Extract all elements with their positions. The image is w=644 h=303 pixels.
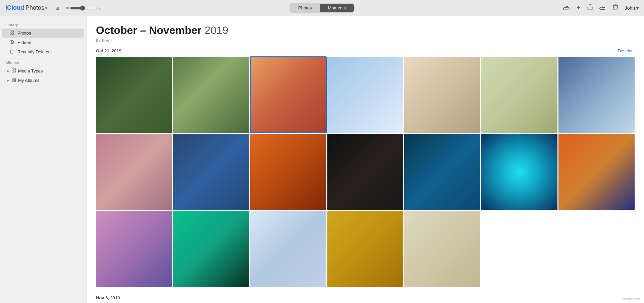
tab-moments[interactable]: Moments [320, 4, 354, 12]
toolbar-right: + John ▾ [563, 3, 639, 12]
title-year: 2019 [205, 24, 228, 36]
add-icon[interactable]: + [577, 4, 581, 12]
layout-toggle: ⊞ [54, 5, 61, 11]
tab-photos[interactable]: Photos [290, 4, 320, 12]
upload-to-cloud-icon[interactable] [563, 3, 571, 12]
nav-tabs: Photos Moments [289, 3, 355, 13]
date-row-oct21: Oct 21, 2019 Deselect [96, 48, 635, 53]
sidebar-item-hidden-label: Hidden [17, 40, 31, 45]
media-types-chevron: ▶ [7, 69, 9, 73]
items-count: 97 Items [96, 38, 635, 43]
my-albums-chevron: ▶ [7, 79, 9, 82]
svg-rect-7 [12, 69, 13, 70]
sidebar-toggle-icon[interactable]: ⊞ [54, 5, 61, 11]
photo-cell[interactable] [481, 134, 557, 210]
sidebar-item-recently-deleted[interactable]: Recently Deleted [2, 47, 84, 56]
brand-icloud: iCloud [5, 4, 24, 11]
photo-cell[interactable] [404, 134, 480, 210]
sidebar: Library Photos Hidden [0, 16, 87, 303]
brand-photos: Photos [25, 4, 44, 11]
svg-rect-2 [12, 31, 13, 32]
download-icon[interactable] [599, 4, 606, 12]
user-name[interactable]: John ▾ [625, 5, 639, 11]
app-title: iCloud Photos ▾ [5, 4, 47, 11]
sidebar-group-media-types-label: Media Types [18, 68, 43, 73]
svg-rect-11 [12, 78, 13, 80]
brand-chevron[interactable]: ▾ [45, 6, 47, 10]
sidebar-item-recently-deleted-label: Recently Deleted [17, 49, 51, 54]
title-main: October – November [96, 24, 202, 36]
trash-icon [9, 49, 15, 55]
content-title: October – November 2019 [96, 24, 635, 37]
date-section-oct21: Oct 21, 2019 Deselect [96, 48, 635, 287]
sidebar-item-photos-label: Photos [17, 31, 31, 36]
photo-cell[interactable] [96, 57, 172, 133]
photo-cell[interactable] [96, 134, 172, 210]
photo-grid-oct21 [96, 57, 635, 287]
my-albums-icon [11, 78, 16, 83]
zoom-max-icon: ⊞ [98, 6, 102, 10]
topbar: iCloud Photos ▾ ⊞ ⊞ ⊞ Photos Moments + [0, 0, 644, 16]
deselect-button[interactable]: Deselect [618, 48, 635, 53]
hidden-icon [9, 40, 15, 45]
svg-rect-12 [14, 78, 15, 80]
photo-cell[interactable] [250, 211, 326, 287]
albums-section-label: Albums [0, 57, 86, 66]
date-label-oct21: Oct 21, 2019 [96, 48, 121, 53]
main-layout: Library Photos Hidden [0, 16, 644, 303]
sidebar-group-my-albums[interactable]: ▶ My Albums [2, 76, 84, 85]
photo-cell[interactable] [404, 211, 480, 287]
date-row-nov6: Nov 6, 2019 [96, 295, 635, 300]
photo-cell[interactable] [404, 57, 480, 133]
date-label-nov6: Nov 6, 2019 [96, 295, 120, 300]
photo-cell[interactable] [250, 134, 326, 210]
photo-cell[interactable] [173, 211, 249, 287]
sidebar-item-photos[interactable]: Photos [2, 29, 84, 38]
sidebar-group-media-types[interactable]: ▶ Media Types [2, 66, 84, 75]
svg-rect-4 [12, 33, 13, 34]
svg-rect-13 [12, 80, 13, 82]
photo-cell[interactable] [173, 134, 249, 210]
photo-cell[interactable] [327, 134, 404, 210]
photo-cell[interactable] [558, 134, 635, 210]
photo-cell[interactable] [327, 211, 404, 287]
zoom-slider: ⊞ ⊞ [66, 5, 102, 11]
share-icon[interactable] [587, 4, 593, 12]
watermark: wsxdn.com [623, 297, 640, 301]
svg-rect-14 [14, 80, 15, 82]
zoom-range-input[interactable] [70, 5, 97, 11]
date-section-nov6: Nov 6, 2019 [96, 295, 635, 303]
photo-cell[interactable] [173, 57, 249, 133]
svg-rect-3 [10, 33, 11, 34]
media-types-icon [11, 68, 16, 74]
photo-cell[interactable] [96, 211, 172, 287]
photo-cell[interactable] [327, 57, 404, 133]
photos-icon [9, 30, 15, 36]
sidebar-item-hidden[interactable]: Hidden [2, 38, 84, 47]
zoom-min-icon: ⊞ [66, 6, 69, 10]
delete-icon[interactable] [612, 4, 619, 12]
content-header: October – November 2019 97 Items [96, 24, 635, 43]
svg-rect-10 [14, 71, 15, 72]
photo-cell[interactable] [481, 57, 557, 133]
svg-rect-9 [12, 71, 13, 72]
library-section-label: Library [0, 19, 86, 28]
photo-cell[interactable] [250, 57, 326, 133]
svg-rect-8 [14, 69, 15, 70]
photo-cell[interactable] [558, 57, 635, 133]
sidebar-group-my-albums-label: My Albums [18, 78, 40, 83]
svg-rect-1 [10, 31, 11, 32]
content-area: October – November 2019 97 Items Oct 21,… [87, 16, 644, 303]
